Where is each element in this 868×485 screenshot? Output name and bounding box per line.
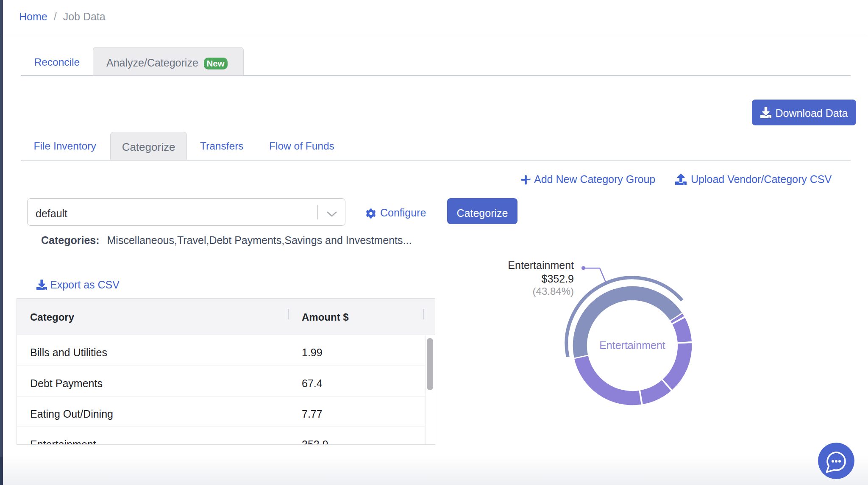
svg-text:$352.9: $352.9 [542,273,574,285]
svg-text:(43.84%): (43.84%) [533,285,574,297]
svg-text:Entertainment: Entertainment [508,259,574,271]
svg-text:Entertainment: Entertainment [599,339,665,351]
